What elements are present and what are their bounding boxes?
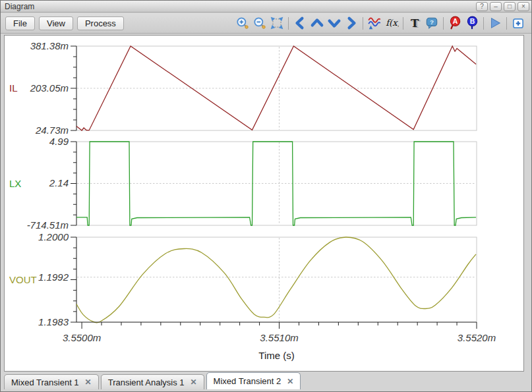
zoom-out-icon[interactable] xyxy=(251,15,268,31)
y-tick-label: 4.99 xyxy=(49,136,69,147)
y-tick-label: 2.14 xyxy=(49,177,69,188)
diagram-window: Diagram ? – □ × File View Process f(x)TT… xyxy=(0,0,532,392)
toolbar-separator xyxy=(288,17,289,30)
trace-label-lx: LX xyxy=(9,178,21,189)
svg-text:f(x): f(x) xyxy=(386,18,399,28)
title-bar: Diagram ? – □ × xyxy=(1,1,531,13)
pan-down-icon[interactable] xyxy=(326,15,343,31)
new-graph-icon[interactable] xyxy=(510,15,527,31)
tab-label: Mixed Transient 2 xyxy=(214,376,281,386)
toolbar-separator xyxy=(506,17,507,30)
svg-text:?: ? xyxy=(430,18,434,26)
add-curve-icon[interactable] xyxy=(366,15,383,31)
tab-transient-analysis-1[interactable]: Transient Analysis 1 ✕ xyxy=(101,374,204,389)
svg-text:T: T xyxy=(411,17,419,30)
window-title: Diagram xyxy=(5,2,474,11)
function-icon[interactable]: f(x) xyxy=(383,15,400,31)
y-tick-label: 1.1983 xyxy=(38,316,69,327)
zoom-in-icon[interactable] xyxy=(234,15,251,31)
x-axis-title: Time (s) xyxy=(258,350,294,361)
vout-waveform xyxy=(76,237,476,323)
tab-mixed-transient-1[interactable]: Mixed Transient 1 ✕ xyxy=(4,374,99,389)
tab-label: Transient Analysis 1 xyxy=(108,378,185,387)
pan-right-icon[interactable] xyxy=(343,15,360,31)
graph-panel[interactable]: 381.38m203.05m24.73mIL4.992.14-714.51mLX… xyxy=(4,35,524,372)
file-menu-button[interactable]: File xyxy=(5,16,35,30)
svg-text:B: B xyxy=(470,18,475,25)
tab-close-icon[interactable]: ✕ xyxy=(191,378,197,386)
probe-b-icon[interactable]: B xyxy=(463,15,481,31)
graph-tab-bar: Mixed Transient 1 ✕ Transient Analysis 1… xyxy=(4,372,301,389)
process-menu-button[interactable]: Process xyxy=(77,16,124,30)
y-tick-label: 1.2000 xyxy=(38,231,69,242)
tab-close-icon[interactable]: ✕ xyxy=(287,378,293,385)
x-tick-label: 3.5510m xyxy=(260,332,298,343)
y-tick-label: 381.38m xyxy=(30,40,69,51)
trace-label-il: IL xyxy=(9,82,18,94)
maximize-window-button[interactable]: □ xyxy=(504,2,516,11)
text-annotation-icon[interactable]: TT xyxy=(406,15,423,31)
trace-label-vout: VOUT xyxy=(9,274,37,285)
tab-mixed-transient-2[interactable]: Mixed Transient 2 ✕ xyxy=(206,372,301,389)
pan-left-icon[interactable] xyxy=(291,15,309,31)
waveform-chart: 381.38m203.05m24.73mIL4.992.14-714.51mLX… xyxy=(5,36,523,371)
svg-text:A: A xyxy=(453,18,458,25)
help-window-button[interactable]: ? xyxy=(476,2,488,11)
minimize-window-button[interactable]: – xyxy=(490,2,502,11)
tab-label: Mixed Transient 1 xyxy=(11,378,79,387)
vout-plot-box xyxy=(76,237,477,322)
tab-close-icon[interactable]: ✕ xyxy=(85,378,92,386)
x-tick-label: 3.5500m xyxy=(63,332,101,343)
close-window-button[interactable]: × xyxy=(517,2,529,11)
y-tick-label: 24.73m xyxy=(35,125,69,136)
y-tick-label: 1.1992 xyxy=(38,271,69,283)
toolbar-separator xyxy=(363,17,363,30)
toolbar-separator xyxy=(483,17,484,30)
toolbar-separator xyxy=(403,17,403,30)
toolbar-icon-strip: f(x)TT?AB xyxy=(234,15,527,31)
toolbar-separator xyxy=(443,17,444,30)
run-icon[interactable] xyxy=(487,15,504,31)
help-balloon-icon[interactable]: ? xyxy=(423,15,440,31)
pan-up-icon[interactable] xyxy=(309,15,326,31)
toolbar: File View Process f(x)TT?AB xyxy=(1,13,531,34)
x-tick-label: 3.5520m xyxy=(458,332,496,343)
zoom-fit-icon[interactable] xyxy=(268,15,285,31)
view-menu-button[interactable]: View xyxy=(39,16,73,30)
probe-a-icon[interactable]: A xyxy=(446,15,463,31)
y-tick-label: -714.51m xyxy=(27,219,69,231)
y-tick-label: 203.05m xyxy=(30,82,69,94)
